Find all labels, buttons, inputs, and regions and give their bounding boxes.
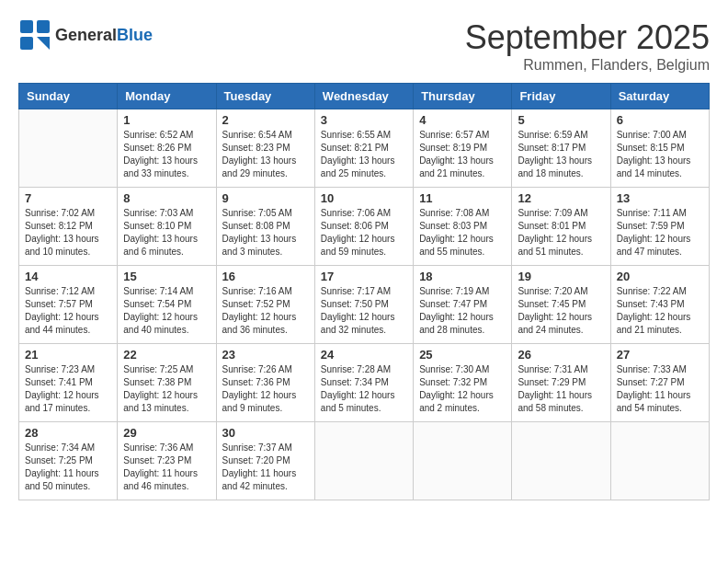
day-info: Sunrise: 7:19 AM Sunset: 7:47 PM Dayligh…	[419, 285, 506, 337]
header: GeneralBlue September 2025 Rummen, Fland…	[18, 18, 710, 74]
day-info: Sunrise: 7:17 AM Sunset: 7:50 PM Dayligh…	[321, 285, 407, 337]
day-cell	[610, 422, 709, 500]
day-cell: 11Sunrise: 7:08 AM Sunset: 8:03 PM Dayli…	[414, 188, 512, 266]
day-info: Sunrise: 7:25 AM Sunset: 7:38 PM Dayligh…	[123, 363, 210, 415]
day-number: 22	[123, 348, 210, 362]
day-info: Sunrise: 7:03 AM Sunset: 8:10 PM Dayligh…	[123, 207, 210, 259]
column-header-friday: Friday	[512, 84, 610, 109]
day-number: 27	[617, 348, 703, 362]
day-info: Sunrise: 7:02 AM Sunset: 8:12 PM Dayligh…	[25, 207, 111, 259]
day-number: 30	[222, 426, 309, 440]
day-number: 28	[25, 426, 111, 440]
day-cell: 1Sunrise: 6:52 AM Sunset: 8:26 PM Daylig…	[118, 109, 216, 188]
day-info: Sunrise: 7:22 AM Sunset: 7:43 PM Dayligh…	[617, 285, 703, 337]
day-cell: 6Sunrise: 7:00 AM Sunset: 8:15 PM Daylig…	[610, 109, 709, 188]
month-title: September 2025	[465, 18, 710, 57]
column-header-monday: Monday	[118, 84, 216, 109]
day-number: 8	[123, 191, 210, 205]
column-header-wednesday: Wednesday	[314, 84, 413, 109]
day-cell: 28Sunrise: 7:34 AM Sunset: 7:25 PM Dayli…	[19, 422, 118, 500]
day-info: Sunrise: 7:11 AM Sunset: 7:59 PM Dayligh…	[617, 207, 703, 259]
day-info: Sunrise: 7:14 AM Sunset: 7:54 PM Dayligh…	[123, 285, 210, 337]
week-row-2: 7Sunrise: 7:02 AM Sunset: 8:12 PM Daylig…	[19, 188, 710, 266]
day-cell	[19, 109, 118, 188]
day-info: Sunrise: 7:37 AM Sunset: 7:20 PM Dayligh…	[222, 442, 309, 493]
day-info: Sunrise: 6:57 AM Sunset: 8:19 PM Dayligh…	[419, 129, 506, 180]
day-cell: 29Sunrise: 7:36 AM Sunset: 7:23 PM Dayli…	[118, 422, 216, 500]
day-cell: 18Sunrise: 7:19 AM Sunset: 7:47 PM Dayli…	[414, 266, 512, 344]
svg-rect-2	[20, 37, 33, 50]
location: Rummen, Flanders, Belgium	[465, 57, 710, 74]
day-info: Sunrise: 7:16 AM Sunset: 7:52 PM Dayligh…	[222, 285, 309, 337]
day-number: 13	[617, 191, 703, 205]
day-info: Sunrise: 7:30 AM Sunset: 7:32 PM Dayligh…	[419, 363, 506, 415]
day-number: 2	[222, 113, 309, 127]
day-info: Sunrise: 7:26 AM Sunset: 7:36 PM Dayligh…	[222, 363, 309, 415]
calendar-header-row: SundayMondayTuesdayWednesdayThursdayFrid…	[19, 84, 710, 109]
title-block: September 2025 Rummen, Flanders, Belgium	[465, 18, 710, 74]
day-number: 23	[222, 348, 309, 362]
day-number: 16	[222, 270, 309, 283]
day-info: Sunrise: 7:12 AM Sunset: 7:57 PM Dayligh…	[25, 285, 111, 337]
day-info: Sunrise: 7:31 AM Sunset: 7:29 PM Dayligh…	[518, 363, 604, 415]
column-header-tuesday: Tuesday	[216, 84, 314, 109]
day-number: 21	[25, 348, 111, 362]
day-number: 10	[321, 191, 407, 205]
column-header-sunday: Sunday	[19, 84, 118, 109]
day-cell: 23Sunrise: 7:26 AM Sunset: 7:36 PM Dayli…	[216, 344, 314, 422]
day-number: 15	[123, 270, 210, 283]
day-cell: 19Sunrise: 7:20 AM Sunset: 7:45 PM Dayli…	[512, 266, 610, 344]
day-cell: 16Sunrise: 7:16 AM Sunset: 7:52 PM Dayli…	[216, 266, 314, 344]
day-info: Sunrise: 7:05 AM Sunset: 8:08 PM Dayligh…	[222, 207, 309, 259]
day-cell: 13Sunrise: 7:11 AM Sunset: 7:59 PM Dayli…	[610, 188, 709, 266]
day-info: Sunrise: 6:52 AM Sunset: 8:26 PM Dayligh…	[123, 129, 210, 180]
day-info: Sunrise: 6:59 AM Sunset: 8:17 PM Dayligh…	[518, 129, 604, 180]
day-number: 1	[123, 113, 210, 127]
day-cell: 21Sunrise: 7:23 AM Sunset: 7:41 PM Dayli…	[19, 344, 118, 422]
day-info: Sunrise: 7:36 AM Sunset: 7:23 PM Dayligh…	[123, 442, 210, 493]
week-row-3: 14Sunrise: 7:12 AM Sunset: 7:57 PM Dayli…	[19, 266, 710, 344]
week-row-5: 28Sunrise: 7:34 AM Sunset: 7:25 PM Dayli…	[19, 422, 710, 500]
day-cell: 15Sunrise: 7:14 AM Sunset: 7:54 PM Dayli…	[118, 266, 216, 344]
day-info: Sunrise: 7:23 AM Sunset: 7:41 PM Dayligh…	[25, 363, 111, 415]
column-header-saturday: Saturday	[610, 84, 709, 109]
logo-text: GeneralBlue	[55, 26, 153, 45]
day-cell: 3Sunrise: 6:55 AM Sunset: 8:21 PM Daylig…	[314, 109, 413, 188]
day-info: Sunrise: 7:00 AM Sunset: 8:15 PM Dayligh…	[617, 129, 703, 180]
day-number: 12	[518, 191, 604, 205]
svg-rect-1	[37, 20, 50, 33]
day-cell: 30Sunrise: 7:37 AM Sunset: 7:20 PM Dayli…	[216, 422, 314, 500]
day-cell: 25Sunrise: 7:30 AM Sunset: 7:32 PM Dayli…	[414, 344, 512, 422]
day-cell	[512, 422, 610, 500]
day-cell: 12Sunrise: 7:09 AM Sunset: 8:01 PM Dayli…	[512, 188, 610, 266]
day-info: Sunrise: 7:34 AM Sunset: 7:25 PM Dayligh…	[25, 442, 111, 493]
week-row-1: 1Sunrise: 6:52 AM Sunset: 8:26 PM Daylig…	[19, 109, 710, 188]
logo-icon	[18, 18, 51, 52]
day-info: Sunrise: 7:06 AM Sunset: 8:06 PM Dayligh…	[321, 207, 407, 259]
day-number: 17	[321, 270, 407, 283]
day-number: 24	[321, 348, 407, 362]
day-cell: 14Sunrise: 7:12 AM Sunset: 7:57 PM Dayli…	[19, 266, 118, 344]
day-number: 9	[222, 191, 309, 205]
day-cell: 2Sunrise: 6:54 AM Sunset: 8:23 PM Daylig…	[216, 109, 314, 188]
column-header-thursday: Thursday	[414, 84, 512, 109]
day-number: 29	[123, 426, 210, 440]
page: GeneralBlue September 2025 Rummen, Fland…	[18, 18, 710, 500]
day-cell: 4Sunrise: 6:57 AM Sunset: 8:19 PM Daylig…	[414, 109, 512, 188]
day-number: 5	[518, 113, 604, 127]
day-number: 14	[25, 270, 111, 283]
svg-rect-0	[20, 20, 33, 33]
day-number: 20	[617, 270, 703, 283]
day-number: 11	[419, 191, 506, 205]
day-info: Sunrise: 6:55 AM Sunset: 8:21 PM Dayligh…	[321, 129, 407, 180]
day-number: 25	[419, 348, 506, 362]
day-info: Sunrise: 7:09 AM Sunset: 8:01 PM Dayligh…	[518, 207, 604, 259]
day-number: 7	[25, 191, 111, 205]
week-row-4: 21Sunrise: 7:23 AM Sunset: 7:41 PM Dayli…	[19, 344, 710, 422]
day-cell: 9Sunrise: 7:05 AM Sunset: 8:08 PM Daylig…	[216, 188, 314, 266]
day-info: Sunrise: 7:28 AM Sunset: 7:34 PM Dayligh…	[321, 363, 407, 415]
day-cell	[414, 422, 512, 500]
day-cell: 22Sunrise: 7:25 AM Sunset: 7:38 PM Dayli…	[118, 344, 216, 422]
day-info: Sunrise: 7:20 AM Sunset: 7:45 PM Dayligh…	[518, 285, 604, 337]
day-cell	[314, 422, 413, 500]
